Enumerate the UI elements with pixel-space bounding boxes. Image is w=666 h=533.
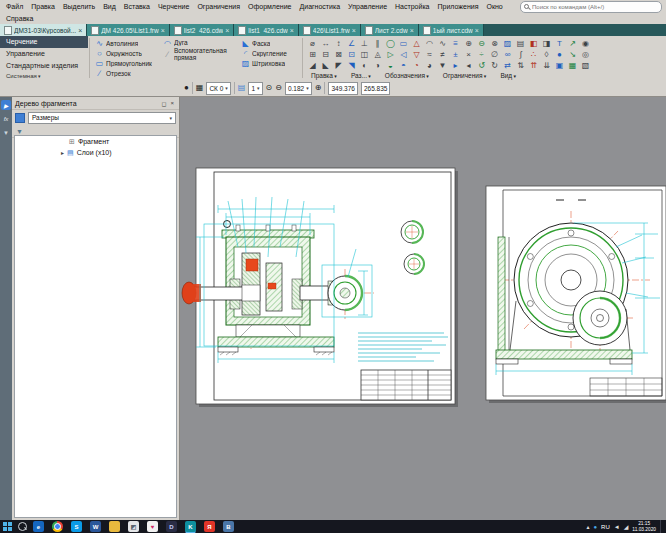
ribbon-tool-icon[interactable]: △ bbox=[410, 38, 423, 49]
tab-close-icon[interactable] bbox=[161, 27, 165, 34]
bluetooth-icon[interactable]: ● bbox=[593, 524, 597, 530]
ribbon-group-label[interactable]: Ограничения bbox=[438, 72, 496, 79]
menu-item[interactable]: Настройка bbox=[391, 3, 433, 10]
snap-filter-icon[interactable]: ▼ bbox=[1, 128, 11, 138]
expander-icon[interactable]: ▸ bbox=[61, 149, 64, 156]
ribbon-tool-icon[interactable]: ∴ bbox=[527, 49, 540, 60]
tab-close-icon[interactable] bbox=[352, 27, 356, 34]
ribbon-tool-icon[interactable]: ◓ bbox=[397, 60, 410, 71]
ribbon-tool-icon[interactable]: ◨ bbox=[540, 38, 553, 49]
ribbon-tool-icon[interactable]: ◤ bbox=[332, 60, 345, 71]
menu-item[interactable]: Ограничения bbox=[193, 3, 244, 10]
ribbon-tool[interactable]: ○ Окружность bbox=[93, 48, 159, 58]
panel-close-icon[interactable]: × bbox=[168, 100, 176, 106]
chevron-up-icon[interactable]: ▴ bbox=[586, 524, 589, 530]
photos-icon[interactable]: ◩ bbox=[128, 521, 139, 532]
ribbon-tool-icon[interactable]: T bbox=[553, 38, 566, 49]
ribbon-tool-icon[interactable]: ▷ bbox=[384, 49, 397, 60]
menu-item[interactable]: Управление bbox=[344, 3, 391, 10]
ribbon-tool-icon[interactable]: ⇊ bbox=[540, 60, 553, 71]
ribbon-tool-icon[interactable]: ∥ bbox=[371, 38, 384, 49]
word-icon[interactable]: W bbox=[90, 521, 101, 532]
heart-icon[interactable]: ♥ bbox=[147, 521, 158, 532]
ribbon-category[interactable]: Черчение bbox=[0, 36, 88, 48]
ribbon-tool-icon[interactable]: ⇈ bbox=[527, 60, 540, 71]
taskbar-search-icon[interactable] bbox=[18, 522, 27, 531]
ribbon-tool-icon[interactable]: ↘ bbox=[566, 49, 579, 60]
panel-options-icon[interactable]: ◻ bbox=[160, 100, 169, 107]
menu-item[interactable]: Приложения bbox=[434, 3, 483, 10]
ribbon-tool-icon[interactable]: ▭ bbox=[397, 38, 410, 49]
document-tab[interactable]: list2_426.cdw bbox=[170, 24, 234, 36]
orbit-icon[interactable]: ⊙ bbox=[266, 82, 273, 94]
ribbon-tool[interactable]: ▨ Штриховка bbox=[239, 58, 299, 68]
ribbon-tool-icon[interactable]: ± bbox=[449, 49, 462, 60]
menu-item[interactable]: Окно bbox=[482, 3, 506, 10]
zoom-out-icon[interactable]: ⊖ bbox=[275, 82, 282, 94]
document-tab[interactable]: Лист 2.cdw bbox=[361, 24, 419, 36]
ribbon-tool-icon[interactable]: ≈ bbox=[423, 49, 436, 60]
ribbon-tool-icon[interactable]: × bbox=[462, 49, 475, 60]
ribbon-group-label[interactable]: Раз... bbox=[346, 72, 380, 79]
ribbon-tool[interactable]: ▭ Прямоугольник bbox=[93, 58, 159, 68]
parameters-panel-icon[interactable]: ▶ bbox=[1, 100, 11, 110]
document-tab[interactable]: 426\List1.frw bbox=[299, 24, 361, 36]
ribbon-tool-icon[interactable]: ▼ bbox=[436, 60, 449, 71]
menu-item[interactable]: Черчение bbox=[154, 3, 194, 10]
ribbon-category[interactable]: Стандартные изделия bbox=[0, 60, 88, 72]
ribbon-tool-icon[interactable]: ≡ bbox=[449, 38, 462, 49]
menu-item[interactable]: Диагностика bbox=[296, 3, 345, 10]
ribbon-tool-icon[interactable]: ÷ bbox=[475, 49, 488, 60]
ribbon-tool[interactable]: ◣ Фаска bbox=[239, 38, 299, 48]
ribbon-tool-icon[interactable]: ⊕ bbox=[462, 38, 475, 49]
filter-icon[interactable]: ▼ bbox=[16, 128, 23, 135]
tab-close-icon[interactable] bbox=[225, 27, 229, 34]
ribbon-tool-icon[interactable]: ◂ bbox=[462, 60, 475, 71]
fx-variables-icon[interactable]: fx bbox=[1, 114, 11, 124]
coord-x-field[interactable]: 349.376 bbox=[328, 82, 358, 95]
ribbon-tool-icon[interactable]: ∠ bbox=[345, 38, 358, 49]
menu-item[interactable]: Вставка bbox=[120, 3, 154, 10]
yandex-icon[interactable]: Я bbox=[204, 521, 215, 532]
ribbon-tool-icon[interactable]: ↻ bbox=[488, 60, 501, 71]
discord-icon[interactable]: D bbox=[166, 521, 177, 532]
chrome-icon[interactable] bbox=[52, 521, 63, 532]
menu-item[interactable]: Выделить bbox=[59, 3, 99, 10]
tree-node-layers[interactable]: ▸ ▤ Слои (х10) bbox=[15, 147, 176, 158]
tab-close-icon[interactable] bbox=[290, 27, 294, 34]
ribbon-tool[interactable]: ∿ Автолиния bbox=[93, 38, 159, 48]
ribbon-tool-icon[interactable]: ▣ bbox=[553, 60, 566, 71]
ribbon-tool-icon[interactable]: ◒ bbox=[384, 60, 397, 71]
coord-y-field[interactable]: 265.835 bbox=[361, 82, 391, 95]
ribbon-tool-icon[interactable]: ◕ bbox=[423, 60, 436, 71]
menu-item[interactable]: Вид bbox=[99, 3, 120, 10]
ribbon-tool-icon[interactable]: ◣ bbox=[319, 60, 332, 71]
menu-item[interactable]: Правка bbox=[27, 3, 59, 10]
kompas-icon[interactable]: K bbox=[185, 521, 196, 532]
document-tab[interactable]: ДМЗ1-03\Курсовой... bbox=[0, 24, 87, 36]
ribbon-tool-icon[interactable]: ⊖ bbox=[475, 38, 488, 49]
start-button[interactable] bbox=[3, 522, 12, 531]
ribbon-tool-icon[interactable]: ▨ bbox=[501, 38, 514, 49]
skype-icon[interactable]: S bbox=[71, 521, 82, 532]
ribbon-tool-icon[interactable]: ≠ bbox=[436, 49, 449, 60]
ribbon-tool-icon[interactable]: ↕ bbox=[332, 38, 345, 49]
ribbon-category[interactable]: Управление bbox=[0, 48, 88, 60]
csys-select[interactable]: СК 0 ▾ bbox=[206, 82, 230, 95]
ribbon-tool-icon[interactable]: ◥ bbox=[345, 60, 358, 71]
ribbon-tool-icon[interactable]: ⊗ bbox=[488, 38, 501, 49]
ribbon-tool-icon[interactable]: ◉ bbox=[579, 38, 592, 49]
ribbon-tool-icon[interactable]: ◯ bbox=[384, 38, 397, 49]
ribbon-tool-icon[interactable]: ↺ bbox=[475, 60, 488, 71]
layer-select[interactable]: 1 ▾ bbox=[248, 82, 262, 95]
ribbon-tool[interactable]: ∕ Отрезок bbox=[93, 68, 159, 78]
ribbon-tool-icon[interactable]: ⊟ bbox=[319, 49, 332, 60]
folder-icon[interactable] bbox=[109, 521, 120, 532]
ribbon-tool-icon[interactable]: ⊞ bbox=[306, 49, 319, 60]
side-view-sheet[interactable] bbox=[486, 186, 666, 403]
tree-mode-select[interactable]: Размеры ▾ bbox=[28, 112, 176, 124]
record-icon[interactable]: ● bbox=[184, 82, 189, 94]
ribbon-group-label[interactable]: Вид bbox=[495, 72, 525, 79]
menu-item[interactable]: Оформление bbox=[244, 3, 295, 10]
language-indicator[interactable]: RU bbox=[601, 524, 610, 530]
